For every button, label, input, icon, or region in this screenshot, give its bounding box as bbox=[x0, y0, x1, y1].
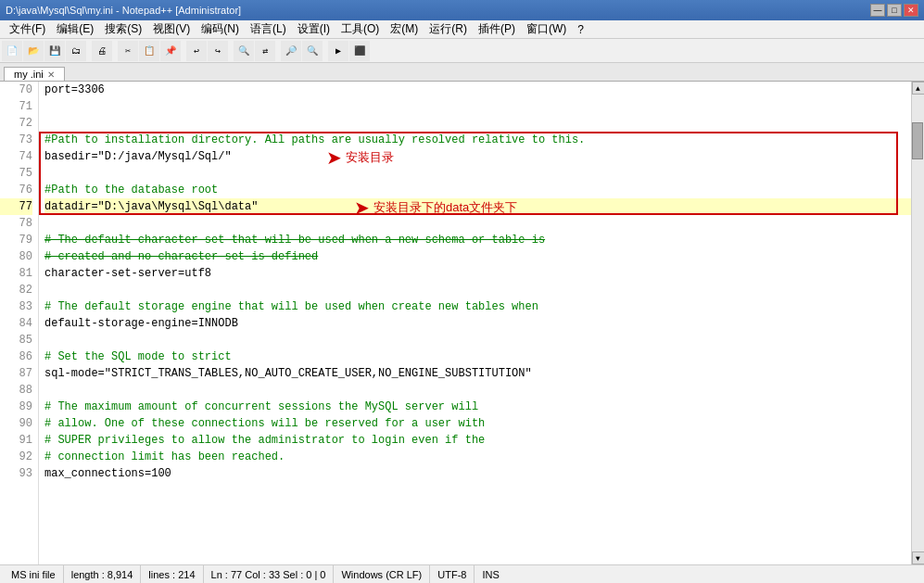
save-all-button[interactable]: 🗂 bbox=[66, 41, 86, 61]
code-line bbox=[44, 282, 911, 298]
menu-item[interactable]: 运行(R) bbox=[424, 20, 473, 38]
undo-button[interactable]: ↩ bbox=[186, 41, 207, 61]
code-line bbox=[44, 215, 911, 232]
editor-container: 7071727374757677787980818283848586878889… bbox=[0, 82, 924, 564]
line-number: 80 bbox=[0, 248, 32, 265]
line-number: 70 bbox=[0, 82, 32, 98]
status-length: length : 8,914 bbox=[64, 565, 142, 583]
scrollbar[interactable]: ▲ ▼ bbox=[911, 82, 924, 564]
line-number: 92 bbox=[0, 449, 32, 465]
scroll-thumb[interactable] bbox=[912, 122, 923, 159]
menu-item[interactable]: 插件(P) bbox=[473, 20, 521, 38]
line-number: 81 bbox=[0, 265, 32, 282]
code-line: # connection limit has been reached. bbox=[44, 449, 911, 465]
stop-button[interactable]: ⬛ bbox=[349, 41, 370, 61]
find-button[interactable]: 🔍 bbox=[234, 41, 254, 61]
code-line: # created and no character set is define… bbox=[44, 248, 911, 265]
tab-bar: my .ini ✕ bbox=[0, 63, 924, 82]
menu-item[interactable]: 编码(N) bbox=[196, 20, 245, 38]
tab-my-ini[interactable]: my .ini ✕ bbox=[4, 67, 65, 81]
code-line: # SUPER privileges to allow the administ… bbox=[44, 432, 911, 449]
code-line bbox=[44, 165, 911, 182]
close-button[interactable]: ✕ bbox=[904, 4, 918, 17]
minimize-button[interactable]: — bbox=[870, 4, 885, 17]
code-line: character-set-server=utf8 bbox=[44, 265, 911, 282]
code-line: datadir="D:\java\Mysql\Sql\data" bbox=[44, 198, 911, 215]
new-button[interactable]: 📄 bbox=[2, 41, 22, 61]
menu-item[interactable]: 窗口(W) bbox=[521, 20, 572, 38]
code-line bbox=[44, 332, 911, 349]
menu-item[interactable]: 搜索(S) bbox=[99, 20, 147, 38]
zoom-in-button[interactable]: 🔎 bbox=[281, 41, 301, 61]
line-number: 84 bbox=[0, 315, 32, 332]
menu-item[interactable]: ? bbox=[572, 20, 589, 38]
code-line: basedir="D:/java/Mysql/Sql/" bbox=[44, 148, 911, 165]
redo-button[interactable]: ↪ bbox=[208, 41, 228, 61]
code-line: #Path to the database root bbox=[44, 182, 911, 198]
scroll-up-button[interactable]: ▲ bbox=[912, 82, 925, 95]
menu-item[interactable]: 设置(I) bbox=[292, 20, 335, 38]
window-controls[interactable]: — □ ✕ bbox=[870, 4, 918, 17]
copy-button[interactable]: 📋 bbox=[139, 41, 159, 61]
code-line: # The default character set that will be… bbox=[44, 232, 911, 248]
line-number: 72 bbox=[0, 115, 32, 132]
code-line: # The default storage engine that will b… bbox=[44, 298, 911, 315]
code-area[interactable]: port=3306#Path to installation directory… bbox=[39, 82, 911, 564]
line-number: 89 bbox=[0, 399, 32, 415]
line-number: 90 bbox=[0, 415, 32, 432]
line-number: 85 bbox=[0, 332, 32, 349]
code-line bbox=[44, 98, 911, 115]
line-number: 76 bbox=[0, 182, 32, 198]
code-line bbox=[44, 115, 911, 132]
code-line: port=3306 bbox=[44, 82, 911, 98]
tab-label: my .ini bbox=[14, 69, 44, 80]
status-encoding: UTF-8 bbox=[430, 565, 475, 583]
status-position: Ln : 77 Col : 33 Sel : 0 | 0 bbox=[204, 565, 335, 583]
status-lines: lines : 214 bbox=[141, 565, 203, 583]
save-button[interactable]: 💾 bbox=[44, 41, 65, 61]
code-line: # Set the SQL mode to strict bbox=[44, 349, 911, 365]
code-line: sql-mode="STRICT_TRANS_TABLES,NO_AUTO_CR… bbox=[44, 365, 911, 382]
scroll-track[interactable] bbox=[912, 95, 925, 551]
toolbar: 📄 📂 💾 🗂 🖨 ✂ 📋 📌 ↩ ↪ 🔍 ⇄ 🔎 🔍 ▶ ⬛ bbox=[0, 39, 924, 63]
code-line: #Path to installation directory. All pat… bbox=[44, 132, 911, 148]
menu-item[interactable]: 文件(F) bbox=[4, 20, 51, 38]
line-number: 87 bbox=[0, 365, 32, 382]
code-line: max_connections=100 bbox=[44, 465, 911, 482]
replace-button[interactable]: ⇄ bbox=[255, 41, 275, 61]
maximize-button[interactable]: □ bbox=[887, 4, 902, 17]
status-eol: Windows (CR LF) bbox=[334, 565, 430, 583]
status-bar: MS ini file length : 8,914 lines : 214 L… bbox=[0, 564, 924, 583]
line-number: 71 bbox=[0, 98, 32, 115]
print-button[interactable]: 🖨 bbox=[92, 41, 112, 61]
menu-item[interactable]: 语言(L) bbox=[245, 20, 292, 38]
code-line: # allow. One of these connections will b… bbox=[44, 415, 911, 432]
menu-item[interactable]: 工具(O) bbox=[335, 20, 385, 38]
scroll-down-button[interactable]: ▼ bbox=[912, 551, 925, 564]
line-number: 86 bbox=[0, 349, 32, 365]
title-bar: D:\java\Mysql\Sql\my.ini - Notepad++ [Ad… bbox=[0, 0, 924, 20]
line-number: 79 bbox=[0, 232, 32, 248]
line-number: 74 bbox=[0, 148, 32, 165]
cut-button[interactable]: ✂ bbox=[118, 41, 138, 61]
paste-button[interactable]: 📌 bbox=[160, 41, 181, 61]
line-number: 82 bbox=[0, 282, 32, 298]
menu-bar: 文件(F)编辑(E)搜索(S)视图(V)编码(N)语言(L)设置(I)工具(O)… bbox=[0, 20, 924, 39]
menu-item[interactable]: 宏(M) bbox=[385, 20, 424, 38]
line-numbers: 7071727374757677787980818283848586878889… bbox=[0, 82, 39, 564]
menu-item[interactable]: 视图(V) bbox=[147, 20, 196, 38]
status-ins: INS bbox=[475, 565, 506, 583]
line-number: 91 bbox=[0, 432, 32, 449]
tab-close-icon[interactable]: ✕ bbox=[47, 70, 55, 80]
code-line: default-storage-engine=INNODB bbox=[44, 315, 911, 332]
line-number: 78 bbox=[0, 215, 32, 232]
run-button[interactable]: ▶ bbox=[328, 41, 348, 61]
open-button[interactable]: 📂 bbox=[23, 41, 44, 61]
menu-item[interactable]: 编辑(E) bbox=[51, 20, 99, 38]
line-number: 77 bbox=[0, 198, 32, 215]
line-number: 93 bbox=[0, 465, 32, 482]
line-number: 83 bbox=[0, 298, 32, 315]
line-number: 73 bbox=[0, 132, 32, 148]
zoom-out-button[interactable]: 🔍 bbox=[302, 41, 323, 61]
line-number: 88 bbox=[0, 382, 32, 399]
